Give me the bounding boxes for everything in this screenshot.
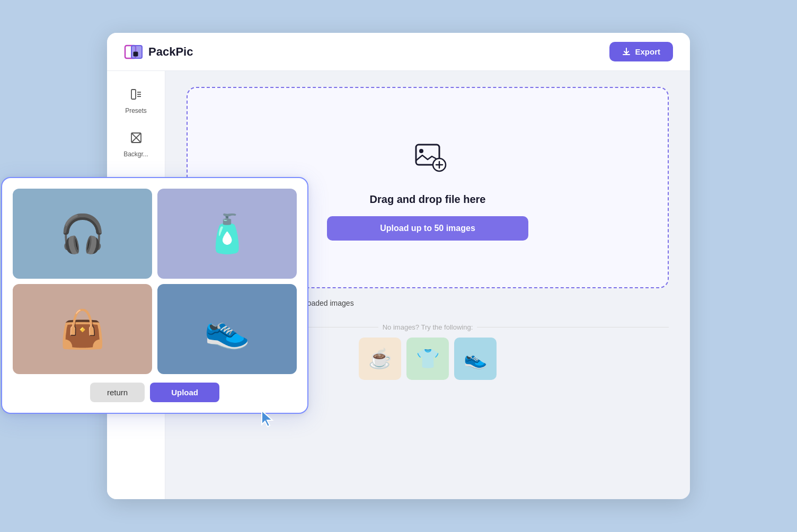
drag-drop-text: Drag and drop file here bbox=[370, 193, 486, 206]
sidebar-item-background[interactable]: Backgr... bbox=[112, 125, 160, 164]
headphones-emoji: 🎧 bbox=[59, 212, 105, 255]
picker-img-headphones[interactable]: 🎧 bbox=[13, 189, 152, 279]
svg-rect-3 bbox=[134, 52, 138, 56]
picker-image-grid: 🎧 🧴 👜 👟 bbox=[13, 189, 297, 374]
upload-images-icon bbox=[406, 140, 449, 183]
shoe-emoji: 👟 bbox=[204, 307, 250, 351]
logo-icon bbox=[124, 42, 143, 61]
try-thumb-shoe[interactable]: 👟 bbox=[454, 338, 497, 380]
app-window: PackPic Export Presets bbox=[107, 33, 690, 499]
logo-text: PackPic bbox=[148, 45, 193, 59]
file-picker-modal: 🎧 🧴 👜 👟 return Upload bbox=[1, 177, 308, 414]
picker-img-perfume[interactable]: 🧴 bbox=[157, 189, 297, 279]
export-label: Export bbox=[635, 47, 660, 56]
picker-img-shoe[interactable]: 👟 bbox=[157, 284, 297, 374]
svg-point-13 bbox=[419, 149, 423, 153]
export-button[interactable]: Export bbox=[609, 42, 673, 61]
presets-icon bbox=[130, 88, 143, 104]
logo: PackPic bbox=[124, 42, 193, 61]
background-icon bbox=[130, 131, 143, 147]
sidebar-item-presets[interactable]: Presets bbox=[112, 82, 160, 121]
svg-rect-5 bbox=[131, 90, 136, 99]
perfume-emoji: 🧴 bbox=[204, 212, 250, 255]
main-layout: Presets Backgr... bbox=[107, 71, 690, 499]
picker-upload-button[interactable]: Upload bbox=[150, 383, 219, 402]
try-thumb-coffee[interactable]: ☕ bbox=[359, 338, 401, 380]
try-thumb-shirt[interactable]: 👕 bbox=[406, 338, 449, 380]
cursor bbox=[260, 410, 276, 429]
content: Drag and drop file here Upload up to 50 … bbox=[165, 71, 690, 499]
export-icon bbox=[622, 48, 631, 56]
background-label: Backgr... bbox=[123, 150, 148, 158]
upload-button[interactable]: Upload up to 50 images bbox=[327, 216, 528, 241]
return-button[interactable]: return bbox=[90, 383, 145, 402]
presets-label: Presets bbox=[125, 107, 147, 114]
header: PackPic Export bbox=[107, 33, 690, 71]
picker-img-bag[interactable]: 👜 bbox=[13, 284, 152, 374]
bag-emoji: 👜 bbox=[59, 307, 105, 351]
picker-actions: return Upload bbox=[13, 383, 297, 402]
